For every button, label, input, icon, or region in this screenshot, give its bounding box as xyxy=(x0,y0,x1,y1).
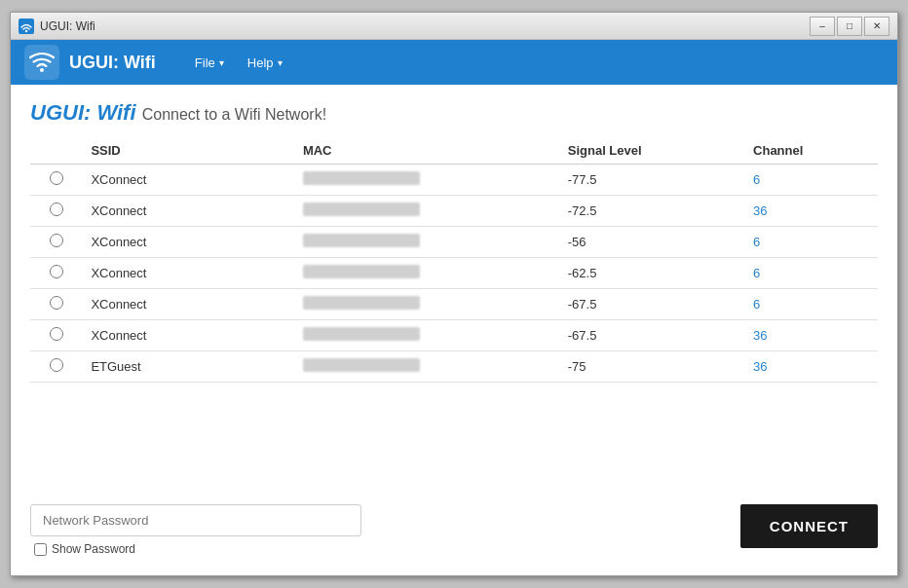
channel-link[interactable]: 6 xyxy=(753,172,760,187)
main-window: UGUI: Wifi – □ ✕ UGUI: Wifi File ▾ xyxy=(10,12,898,576)
footer-area: Show Password CONNECT xyxy=(30,495,878,560)
mac-value-blurred xyxy=(303,202,420,216)
app-icon xyxy=(19,18,34,34)
wifi-select-radio[interactable] xyxy=(50,202,63,216)
mac-value-blurred xyxy=(303,296,420,310)
mac-cell xyxy=(295,289,560,320)
mac-cell xyxy=(295,351,560,383)
show-password-checkbox[interactable] xyxy=(34,543,47,556)
channel-cell: 6 xyxy=(745,258,878,289)
ssid-cell: XConnect xyxy=(83,196,295,227)
ssid-cell: XConnect xyxy=(83,227,295,258)
channel-cell: 36 xyxy=(745,351,878,383)
signal-cell: -67.5 xyxy=(560,320,745,351)
main-content: UGUI: Wifi Connect to a Wifi Network! SS… xyxy=(11,85,897,575)
mac-cell xyxy=(295,258,560,289)
titlebar-controls: – □ ✕ xyxy=(810,17,889,36)
table-row: XConnect-67.56 xyxy=(30,289,878,320)
channel-link[interactable]: 36 xyxy=(753,328,767,343)
wifi-select-radio[interactable] xyxy=(50,327,63,341)
mac-cell xyxy=(295,165,560,196)
channel-cell: 36 xyxy=(745,196,878,227)
channel-cell: 6 xyxy=(745,289,878,320)
channel-link[interactable]: 36 xyxy=(753,203,767,218)
signal-cell: -62.5 xyxy=(560,258,745,289)
signal-cell: -56 xyxy=(560,227,745,258)
col-header-channel: Channel xyxy=(745,137,878,165)
ssid-cell: XConnect xyxy=(83,320,295,351)
ssid-cell: XConnect xyxy=(83,165,295,196)
channel-link[interactable]: 6 xyxy=(753,266,760,280)
mac-value-blurred xyxy=(303,327,420,341)
app-title: UGUI: Wifi xyxy=(69,53,156,73)
radio-cell xyxy=(30,289,83,320)
channel-cell: 6 xyxy=(745,165,878,196)
password-input[interactable] xyxy=(30,504,361,536)
window-title: UGUI: Wifi xyxy=(40,19,95,33)
col-header-signal: Signal Level xyxy=(560,137,745,165)
ssid-cell: XConnect xyxy=(83,258,295,289)
show-password-row: Show Password xyxy=(30,542,361,556)
channel-cell: 36 xyxy=(745,320,878,351)
radio-cell xyxy=(30,165,83,196)
signal-cell: -67.5 xyxy=(560,289,745,320)
titlebar: UGUI: Wifi – □ ✕ xyxy=(11,13,897,40)
wifi-select-radio[interactable] xyxy=(50,265,63,278)
wifi-select-radio[interactable] xyxy=(50,171,63,185)
table-row: ETGuest-7536 xyxy=(30,351,878,383)
ssid-cell: XConnect xyxy=(83,289,295,320)
channel-link[interactable]: 36 xyxy=(753,359,767,374)
help-menu[interactable]: Help ▾ xyxy=(238,52,292,74)
radio-cell xyxy=(30,196,83,227)
close-button[interactable]: ✕ xyxy=(864,17,889,36)
wifi-logo-icon xyxy=(24,45,59,80)
password-field-container: Show Password xyxy=(30,504,361,556)
wifi-svg xyxy=(29,52,55,73)
table-row: XConnect-67.536 xyxy=(30,320,878,351)
mac-cell xyxy=(295,196,560,227)
file-menu[interactable]: File ▾ xyxy=(185,52,234,74)
table-row: XConnect-77.56 xyxy=(30,165,878,196)
wifi-table-container: SSID MAC Signal Level Channel XConnect-7… xyxy=(30,137,878,495)
titlebar-left: UGUI: Wifi xyxy=(19,18,95,34)
col-header-ssid: SSID xyxy=(83,137,295,165)
table-row: XConnect-72.536 xyxy=(30,196,878,227)
wifi-select-radio[interactable] xyxy=(50,234,63,247)
signal-cell: -75 xyxy=(560,351,745,383)
ssid-cell: ETGuest xyxy=(83,351,295,383)
help-menu-arrow: ▾ xyxy=(278,57,283,68)
page-title: UGUI: Wifi Connect to a Wifi Network! xyxy=(30,100,326,125)
signal-cell: -72.5 xyxy=(560,196,745,227)
mac-cell xyxy=(295,320,560,351)
show-password-label[interactable]: Show Password xyxy=(52,542,135,556)
maximize-button[interactable]: □ xyxy=(837,17,862,36)
page-header: UGUI: Wifi Connect to a Wifi Network! xyxy=(30,100,878,126)
wifi-select-radio[interactable] xyxy=(50,358,63,372)
channel-link[interactable]: 6 xyxy=(753,297,760,312)
app-logo: UGUI: Wifi xyxy=(24,45,156,80)
svg-point-1 xyxy=(25,29,27,31)
radio-cell xyxy=(30,320,83,351)
mac-value-blurred xyxy=(303,234,420,247)
page-title-ugui: UGUI: Wifi xyxy=(30,100,136,125)
menu-nav: File ▾ Help ▾ xyxy=(185,52,292,74)
wifi-select-radio[interactable] xyxy=(50,296,63,310)
file-menu-arrow: ▾ xyxy=(219,57,224,68)
channel-link[interactable]: 6 xyxy=(753,235,760,249)
connect-button[interactable]: CONNECT xyxy=(740,504,878,548)
mac-value-blurred xyxy=(303,171,420,185)
radio-cell xyxy=(30,227,83,258)
svg-point-2 xyxy=(40,68,44,72)
wifi-table-body: XConnect-77.56XConnect-72.536XConnect-56… xyxy=(30,165,878,383)
mac-value-blurred xyxy=(303,358,420,372)
page-title-sub: Connect to a Wifi Network! xyxy=(142,106,326,123)
table-row: XConnect-62.56 xyxy=(30,258,878,289)
minimize-button[interactable]: – xyxy=(810,17,835,36)
signal-cell: -77.5 xyxy=(560,165,745,196)
radio-cell xyxy=(30,351,83,383)
mac-cell xyxy=(295,227,560,258)
table-row: XConnect-566 xyxy=(30,227,878,258)
table-header-row: SSID MAC Signal Level Channel xyxy=(30,137,878,165)
mac-value-blurred xyxy=(303,265,420,278)
wifi-table: SSID MAC Signal Level Channel XConnect-7… xyxy=(30,137,878,383)
